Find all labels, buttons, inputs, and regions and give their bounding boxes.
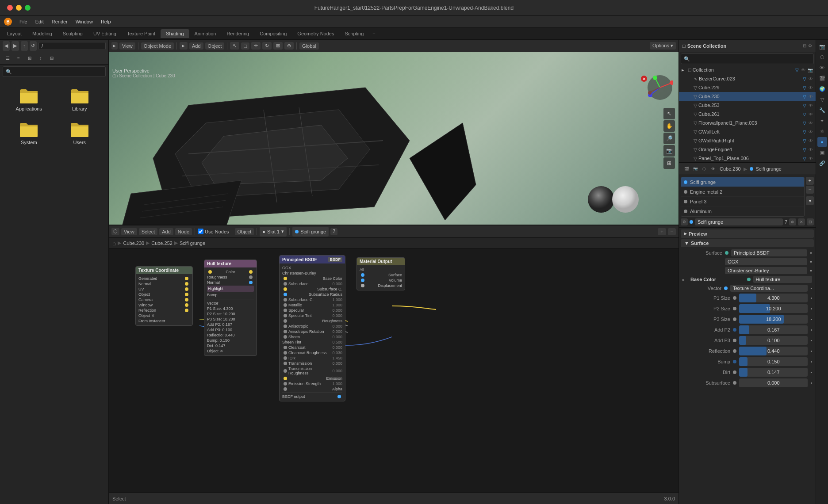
outliner-orangeengine[interactable]: ▽ OrangeEngine1 ▽ 👁 — [679, 145, 816, 154]
pbsdf-subc-socket[interactable] — [284, 287, 287, 291]
tab-shading[interactable]: Shading — [161, 29, 189, 38]
breadcrumb-material[interactable]: Scifi grunge — [180, 241, 205, 246]
pbsdf-trans-socket[interactable] — [284, 362, 287, 365]
folder-users[interactable]: Users — [56, 118, 104, 148]
pbsdf-basecolor-socket-in[interactable] — [284, 277, 287, 280]
outliner-beziercurve[interactable]: ∿ BezierCurve.023 ▽ 👁 — [679, 74, 816, 83]
ne-use-nodes-checkbox[interactable] — [198, 229, 203, 234]
node-material-output[interactable]: Material Output All Surface Volume — [356, 257, 405, 290]
mat-slot-aluminum[interactable]: Aluminum — [681, 206, 804, 216]
mat-slot-panel3[interactable]: Panel 3 — [681, 197, 804, 206]
tab-sculpting[interactable]: Sculpting — [58, 29, 88, 38]
viewport-view-button[interactable]: View — [119, 42, 135, 50]
nav-up-button[interactable]: ↑ — [21, 41, 28, 51]
props-render-icon[interactable]: 📷 — [691, 165, 699, 173]
maximize-button[interactable] — [25, 5, 31, 11]
tc-normal-socket[interactable] — [185, 282, 188, 286]
addp2-bar[interactable]: 0.167 — [739, 325, 808, 334]
base-color-expand[interactable]: ▸ — [682, 277, 688, 282]
addp3-bar[interactable]: 0.100 — [739, 336, 808, 345]
pbsdf-subc2-socket[interactable] — [284, 298, 287, 302]
outliner-panel-top1[interactable]: ▽ Panel_Top1_Plane.006 ▽ 👁 — [679, 154, 816, 163]
collection-eye[interactable]: 👁 — [801, 68, 805, 73]
move-tool-button[interactable]: ✛ — [251, 42, 261, 50]
ht-roughness-socket[interactable] — [249, 275, 253, 279]
tab-animation[interactable]: Animation — [189, 29, 222, 38]
panel-top1-eye[interactable]: 👁 — [809, 156, 813, 161]
pbsdf-anisor-socket[interactable] — [284, 330, 287, 333]
pbsdf-transr-socket[interactable] — [284, 369, 287, 373]
settings-icon-btn[interactable]: ⚙ — [808, 43, 812, 48]
pbsdf-emission-socket[interactable] — [284, 377, 287, 380]
mat-more-button[interactable]: ▾ — [806, 196, 814, 205]
ri-particles-btn[interactable]: ✦ — [817, 116, 827, 126]
subsurface-bar[interactable]: 0.000 — [739, 378, 808, 387]
props-output-icon[interactable]: ⬡ — [700, 165, 708, 173]
ne-slot-number[interactable]: 7 — [330, 228, 337, 235]
floorwall-eye[interactable]: 👁 — [809, 121, 813, 126]
cube261-eye[interactable]: 👁 — [809, 112, 813, 117]
ne-slot-selector[interactable]: ● Slot 1 ▾ — [260, 227, 287, 237]
nav-refresh-button[interactable]: ↺ — [30, 41, 37, 51]
active-material-name[interactable]: Scifi grunge — [695, 218, 783, 225]
ri-scene-btn[interactable]: 🎬 — [817, 73, 827, 83]
pbsdf-alpha-socket[interactable] — [284, 387, 287, 391]
ri-render-btn[interactable]: 📷 — [817, 42, 827, 51]
filter2-button[interactable]: ⊟ — [47, 53, 57, 63]
tab-rendering[interactable]: Rendering — [221, 29, 254, 38]
mo-displacement-socket[interactable] — [361, 284, 364, 287]
vp-tool-cursor[interactable]: ↖ — [663, 108, 675, 119]
tc-camera-socket[interactable] — [185, 298, 188, 302]
viewport-gizmo[interactable] — [647, 74, 673, 101]
nav-back-button[interactable]: ◀ — [3, 41, 10, 51]
node-hull-texture[interactable]: Hull texture Color Roughness Normal High… — [204, 260, 257, 356]
viewport-mode-icon[interactable]: ▸ — [111, 42, 118, 50]
folder-applications[interactable]: Applications — [5, 84, 53, 114]
rotate-tool-button[interactable]: ↻ — [262, 42, 272, 50]
material-settings-btn[interactable]: ⚙ — [681, 218, 688, 225]
surface-shader-dropdown[interactable]: ▾ — [810, 251, 812, 256]
ne-zoom-in-button[interactable]: + — [658, 228, 666, 235]
ne-view-button[interactable]: View — [121, 228, 137, 235]
menu-window[interactable]: Window — [72, 18, 96, 25]
viewport-add-button[interactable]: Add — [189, 42, 203, 50]
mo-surface-socket[interactable] — [361, 273, 364, 277]
tab-geometry-nodes[interactable]: Geometry Nodes — [292, 29, 339, 38]
menu-file[interactable]: File — [16, 18, 31, 25]
outliner-collection[interactable]: ▸ □ Collection ▽ 👁 📷 — [679, 65, 816, 74]
outliner-gwallright[interactable]: ▽ GWallRightRight ▽ 👁 — [679, 136, 816, 145]
pbsdf-subrad-socket[interactable] — [284, 293, 287, 296]
mat-add-button[interactable]: + — [806, 177, 814, 185]
breadcrumb-home-icon[interactable]: ⌂ — [112, 240, 116, 247]
pbsdf-ems-socket[interactable] — [284, 382, 287, 386]
outliner-cube261[interactable]: ▽ Cube.261 ▽ 👁 — [679, 110, 816, 118]
pbsdf-rough-socket[interactable] — [284, 319, 287, 323]
p1size-bar[interactable]: 4.300 — [739, 294, 808, 302]
transform-tool-button[interactable]: ⊕ — [284, 42, 294, 50]
filter-icon-btn[interactable]: ⊟ — [803, 43, 806, 48]
node-canvas[interactable]: Texture Coordinate Generated Normal UV O… — [109, 248, 678, 492]
vp-tool-grid[interactable]: ⊞ — [663, 157, 675, 169]
global-button[interactable]: Global — [299, 42, 319, 50]
viewport-options-button[interactable]: Options ▾ — [650, 42, 676, 50]
vector-dot-end[interactable]: • — [810, 286, 812, 291]
tab-scripting[interactable]: Scripting — [339, 29, 369, 38]
sort-button[interactable]: ↕ — [36, 53, 46, 63]
cursor-tool-button[interactable]: ↖ — [230, 42, 239, 50]
ri-object-btn[interactable]: ▽ — [817, 95, 827, 104]
breadcrumb-cube230[interactable]: Cube.230 — [123, 241, 144, 246]
pbsdf-ior-socket[interactable] — [284, 356, 287, 360]
node-principled-bsdf[interactable]: Principled BSDF BSDF GGX Christensen-Bur… — [279, 255, 345, 401]
outliner-cube253[interactable]: ▽ Cube.253 ▽ 👁 — [679, 101, 816, 110]
ri-constraint-btn[interactable]: 🔗 — [817, 158, 827, 168]
tc-object-socket[interactable] — [185, 293, 188, 296]
ri-view-btn[interactable]: 👁 — [817, 63, 827, 73]
ne-mode-icon[interactable]: ⬡ — [111, 228, 119, 235]
node-texture-coordinate[interactable]: Texture Coordinate Generated Normal UV O… — [135, 266, 193, 326]
outliner-cube230[interactable]: ▽ Cube.230 ▽ 👁 — [679, 92, 816, 101]
ne-select-button[interactable]: Select — [139, 228, 158, 235]
tc-uv-socket[interactable] — [185, 287, 188, 291]
mat-copy-btn[interactable]: ⊕ — [789, 218, 796, 225]
dist-dropdown[interactable]: ▾ — [810, 260, 812, 264]
tab-add-workspace[interactable]: + — [369, 29, 379, 38]
